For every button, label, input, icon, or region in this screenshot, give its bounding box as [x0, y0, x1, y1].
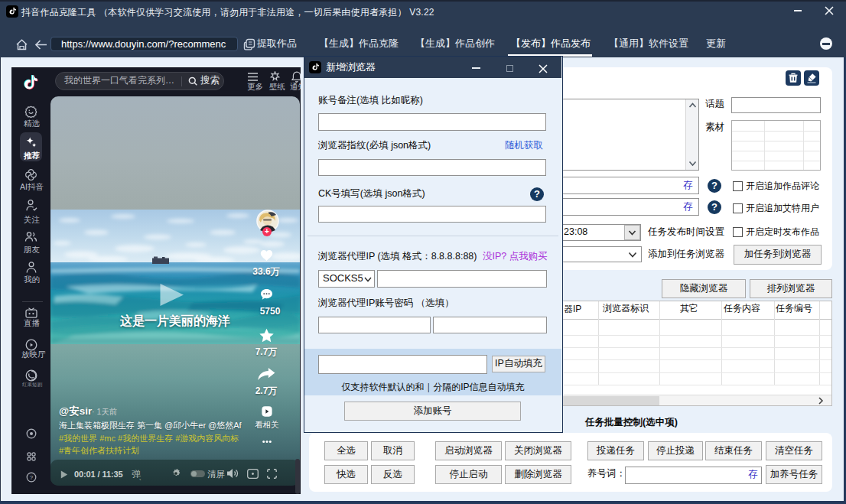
svg-text:?: ? [30, 474, 34, 481]
